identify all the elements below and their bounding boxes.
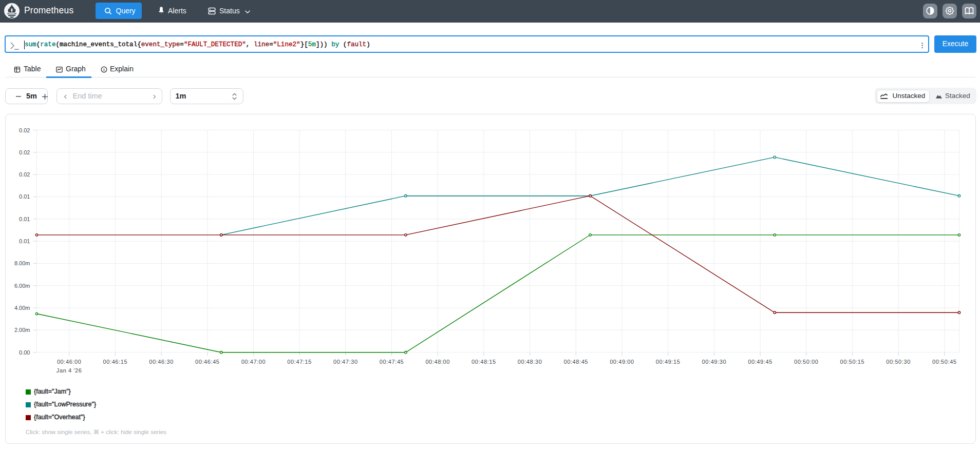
- svg-text:4.00m: 4.00m: [14, 305, 30, 311]
- svg-text:0.02: 0.02: [19, 171, 30, 178]
- svg-text:00:46:30: 00:46:30: [149, 359, 174, 365]
- svg-text:00:48:00: 00:48:00: [425, 359, 450, 365]
- svg-text:00:49:00: 00:49:00: [610, 359, 634, 365]
- svg-text:00:49:30: 00:49:30: [702, 359, 726, 365]
- svg-text:0.02: 0.02: [19, 127, 30, 133]
- svg-text:0.02: 0.02: [19, 149, 30, 155]
- svg-text:00:49:45: 00:49:45: [748, 359, 772, 365]
- svg-text:00:50:00: 00:50:00: [794, 359, 818, 365]
- svg-text:00:47:30: 00:47:30: [333, 359, 358, 365]
- svg-text:0.00: 0.00: [19, 349, 30, 356]
- svg-text:00:48:30: 00:48:30: [517, 359, 542, 365]
- svg-text:00:47:15: 00:47:15: [287, 359, 312, 365]
- svg-text:0.01: 0.01: [19, 238, 30, 244]
- svg-text:Jan 4 '26: Jan 4 '26: [56, 367, 82, 374]
- svg-text:00:48:15: 00:48:15: [472, 359, 496, 365]
- svg-text:2.00m: 2.00m: [14, 327, 30, 333]
- svg-text:6.00m: 6.00m: [14, 283, 30, 289]
- svg-text:00:46:00: 00:46:00: [56, 359, 81, 365]
- svg-text:00:47:00: 00:47:00: [241, 359, 266, 365]
- svg-text:00:46:15: 00:46:15: [103, 359, 127, 365]
- svg-text:00:50:15: 00:50:15: [840, 359, 864, 365]
- svg-text:00:50:45: 00:50:45: [932, 359, 956, 365]
- svg-text:00:47:45: 00:47:45: [379, 359, 404, 365]
- svg-text:00:49:15: 00:49:15: [655, 359, 680, 365]
- svg-text:00:46:45: 00:46:45: [195, 359, 219, 365]
- svg-text:0.01: 0.01: [19, 193, 30, 200]
- svg-text:00:48:45: 00:48:45: [563, 359, 588, 365]
- svg-text:8.00m: 8.00m: [14, 260, 30, 266]
- svg-text:0.01: 0.01: [19, 216, 30, 222]
- svg-text:00:50:30: 00:50:30: [886, 359, 911, 365]
